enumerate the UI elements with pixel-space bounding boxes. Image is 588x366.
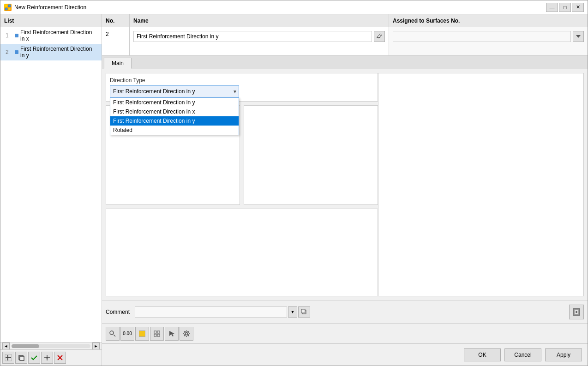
pointer-btn[interactable] (165, 327, 179, 341)
direction-type-selected[interactable]: First Reinforcement Direction in y (110, 85, 239, 97)
list-item-num: 2 (6, 49, 13, 55)
svg-rect-8 (20, 356, 24, 360)
svg-rect-25 (154, 334, 156, 336)
comment-label: Comment (106, 309, 131, 315)
main-right-panel (378, 73, 584, 296)
list-item-dot (15, 34, 18, 37)
assigned-input[interactable] (393, 31, 571, 42)
color-swatch (139, 330, 145, 337)
window-controls: — □ ✕ (546, 3, 584, 12)
no-section: No. 2 (102, 14, 130, 55)
svg-rect-12 (377, 37, 380, 38)
scroll-thumb[interactable] (12, 344, 39, 348)
tab-main[interactable]: Main (104, 58, 132, 69)
tab-bar: Main (102, 56, 588, 69)
apply-button[interactable]: Apply (545, 348, 582, 361)
direction-type-label: Direction Type (110, 77, 374, 84)
svg-line-22 (114, 335, 115, 336)
no-value: 2 (102, 27, 129, 55)
left-toolbar (0, 349, 102, 366)
top-header: No. 2 Name (102, 14, 588, 56)
list-item-num: 1 (6, 32, 13, 39)
check-btn[interactable] (28, 352, 40, 364)
color-btn[interactable] (135, 327, 149, 341)
list-item-dot (15, 50, 18, 54)
svg-rect-26 (157, 334, 160, 336)
grid-btn[interactable] (150, 327, 164, 341)
assigned-label: Assigned to Surfaces No. (389, 14, 588, 27)
delete-btn[interactable] (54, 352, 66, 364)
right-panel: No. 2 Name (102, 14, 588, 366)
scroll-track[interactable] (12, 344, 90, 348)
upper-right-panel (244, 105, 378, 205)
list-item[interactable]: 1 First Reinforcement Direction in x (0, 27, 102, 44)
app-icon (4, 4, 12, 11)
comment-area: ▼ (135, 306, 310, 318)
svg-rect-2 (5, 8, 7, 10)
name-input[interactable] (133, 31, 372, 42)
dropdown-list: First Reinforcement Direction in y First… (110, 97, 239, 135)
main-window: New Reinforcement Direction — □ ✕ List 1… (0, 0, 588, 366)
name-section: Name (130, 14, 389, 55)
list-item[interactable]: 2 First Reinforcement Direction in y (0, 44, 102, 60)
list-items: 1 First Reinforcement Direction in x 2 F… (0, 27, 102, 342)
left-panel: List 1 First Reinforcement Direction in … (0, 14, 102, 366)
ok-button[interactable]: OK (464, 348, 501, 361)
svg-rect-17 (301, 309, 305, 313)
minimize-button[interactable]: — (546, 3, 558, 12)
search-btn[interactable] (106, 327, 120, 341)
svg-marker-15 (576, 35, 581, 38)
settings-btn[interactable] (180, 327, 193, 341)
comment-tool-btn[interactable] (569, 305, 584, 319)
right-comment-area (569, 305, 584, 319)
svg-rect-24 (157, 331, 160, 333)
name-label: Name (130, 14, 389, 27)
close-button[interactable]: ✕ (572, 3, 584, 12)
title-bar: New Reinforcement Direction — □ ✕ (0, 0, 588, 14)
no-label: No. (102, 14, 129, 27)
number-btn[interactable]: 0.00 (120, 327, 134, 341)
tools-btn[interactable] (41, 352, 53, 364)
comment-input[interactable] (135, 306, 287, 318)
window-title: New Reinforcement Direction (14, 4, 543, 11)
dropdown-option-2[interactable]: First Reinforcement Direction in y (110, 116, 239, 126)
name-input-area (130, 27, 389, 55)
comment-copy-btn[interactable] (298, 306, 310, 318)
svg-point-20 (576, 311, 577, 313)
add-btn[interactable] (2, 352, 14, 364)
svg-point-9 (46, 357, 48, 359)
duplicate-btn[interactable] (15, 352, 27, 364)
dropdown-selected-text: First Reinforcement Direction in y (113, 88, 195, 95)
direction-type-dropdown: First Reinforcement Direction in y ▼ Fir… (110, 85, 239, 97)
assigned-section: Assigned to Surfaces No. (389, 14, 588, 55)
assigned-select-button[interactable] (573, 31, 584, 42)
main-content: List 1 First Reinforcement Direction in … (0, 14, 588, 366)
list-item-label: First Reinforcement Direction in x (20, 29, 98, 42)
number-label: 0.00 (123, 331, 132, 336)
name-edit-button[interactable] (374, 31, 385, 42)
dropdown-option-1[interactable]: First Reinforcement Direction in x (110, 107, 239, 116)
dropdown-option-3[interactable]: Rotated (110, 126, 239, 135)
svg-rect-23 (154, 331, 156, 333)
bottom-toolbar: 0.00 (102, 323, 588, 343)
svg-point-21 (110, 331, 114, 335)
comment-dropdown-btn[interactable]: ▼ (288, 306, 297, 318)
scroll-right-btn[interactable]: ► (92, 342, 100, 350)
svg-rect-3 (8, 8, 11, 10)
dropdown-option-0[interactable]: First Reinforcement Direction in y (110, 98, 239, 107)
content-area: Direction Type First Reinforcement Direc… (102, 69, 588, 300)
cancel-button[interactable]: Cancel (504, 348, 541, 361)
maximize-button[interactable]: □ (559, 3, 571, 12)
svg-rect-0 (5, 5, 7, 7)
lower-panel (106, 209, 378, 296)
svg-marker-27 (169, 331, 174, 336)
svg-rect-5 (7, 355, 8, 360)
scroll-left-btn[interactable]: ◄ (2, 342, 10, 350)
svg-point-28 (186, 332, 188, 335)
list-item-label: First Reinforcement Direction in y (20, 46, 98, 59)
scrollbar-area[interactable]: ◄ ► (0, 342, 102, 349)
assigned-input-area (389, 27, 588, 55)
svg-line-14 (379, 34, 381, 36)
svg-rect-1 (8, 5, 11, 7)
action-buttons: OK Cancel Apply (102, 343, 588, 366)
